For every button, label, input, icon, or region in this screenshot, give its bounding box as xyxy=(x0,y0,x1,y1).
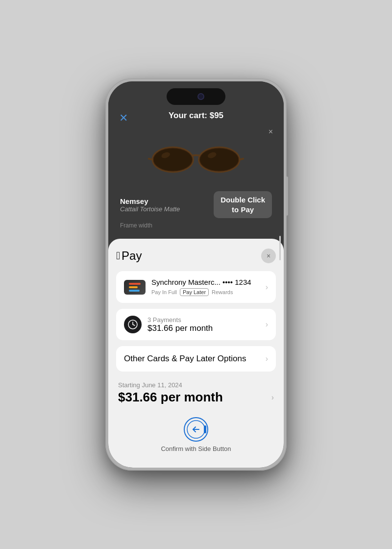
svg-point-1 xyxy=(154,149,192,171)
product-image xyxy=(120,128,272,187)
product-subtitle: Cattail Tortoise Matte xyxy=(120,205,180,213)
card-bar-3 xyxy=(129,290,140,292)
pay-text: Pay xyxy=(122,249,142,263)
payment-plan-amount: $31.66 per month xyxy=(147,324,260,333)
dynamic-island xyxy=(167,88,225,105)
phone-screen: ✕ Your cart: $95 × xyxy=(108,81,284,468)
card-row[interactable]: Synchrony Masterc... •••• 1234 Pay In Fu… xyxy=(116,271,276,303)
close-button[interactable]: ✕ xyxy=(119,112,128,125)
payment-plan-row[interactable]: 3 Payments $31.66 per month › xyxy=(116,309,276,340)
frame-width-label: Frame width xyxy=(120,222,272,229)
card-bar-2 xyxy=(129,286,138,288)
summary-section[interactable]: Starting June 11, 2024 $31.66 per month … xyxy=(116,377,276,407)
card-bar-1 xyxy=(129,283,141,285)
svg-line-8 xyxy=(133,324,135,325)
side-button-icon xyxy=(183,417,209,442)
svg-rect-12 xyxy=(204,425,206,433)
product-info-row: Nemsey Cattail Tortoise Matte Double Cli… xyxy=(120,191,272,218)
double-click-badge: Double Click to Pay xyxy=(214,191,272,218)
sheet-close-button[interactable]: × xyxy=(261,249,276,263)
confirm-text: Confirm with Side Button xyxy=(161,445,231,452)
double-click-text: Double Click to Pay xyxy=(220,195,265,214)
clock-svg xyxy=(127,319,138,330)
svg-point-4 xyxy=(200,149,238,171)
payment-plan-details: 3 Payments $31.66 per month xyxy=(147,316,260,333)
summary-chevron: › xyxy=(271,393,274,402)
product-name: Nemsey xyxy=(120,197,180,205)
payment-row-chevron: › xyxy=(266,320,268,329)
summary-starting-date: Starting June 11, 2024 xyxy=(118,381,274,389)
tag-rewards: Rewards xyxy=(212,289,233,295)
other-cards-row[interactable]: Other Cards & Pay Later Options › xyxy=(116,346,276,372)
product-text: Nemsey Cattail Tortoise Matte xyxy=(120,197,180,213)
camera-dot xyxy=(198,94,203,99)
card-tags: Pay In Full Pay Later Rewards xyxy=(151,288,260,296)
screen-content: ✕ Your cart: $95 × xyxy=(108,81,284,468)
apple-pay-logo:  Pay xyxy=(116,249,142,263)
card-name: Synchrony Masterc... •••• 1234 xyxy=(151,278,260,286)
clock-icon xyxy=(124,316,142,333)
payment-plan-label: 3 Payments xyxy=(147,316,260,324)
card-row-chevron: › xyxy=(266,283,268,292)
sunglasses-svg xyxy=(147,138,245,177)
apple-logo-icon:  xyxy=(116,250,120,262)
other-cards-text: Other Cards & Pay Later Options xyxy=(124,354,246,364)
tag-pay-later-badge[interactable]: Pay Later xyxy=(180,288,209,296)
other-cards-chevron: › xyxy=(266,354,268,363)
scroll-bar xyxy=(279,239,281,260)
tag-pay-full: Pay In Full xyxy=(151,289,177,295)
top-section: ✕ Your cart: $95 × xyxy=(108,81,284,239)
apple-pay-sheet:  Pay × Synchrony Maste xyxy=(108,239,284,468)
cart-title: Your cart: $95 xyxy=(120,111,272,121)
summary-amount: $31.66 per month › xyxy=(118,390,274,405)
sheet-header:  Pay × xyxy=(116,249,276,263)
card-details: Synchrony Masterc... •••• 1234 Pay In Fu… xyxy=(151,278,260,296)
card-bars xyxy=(127,281,143,294)
phone-device: ✕ Your cart: $95 × xyxy=(105,78,287,471)
confirm-section: Confirm with Side Button xyxy=(116,413,276,454)
card-thumbnail xyxy=(124,280,146,295)
